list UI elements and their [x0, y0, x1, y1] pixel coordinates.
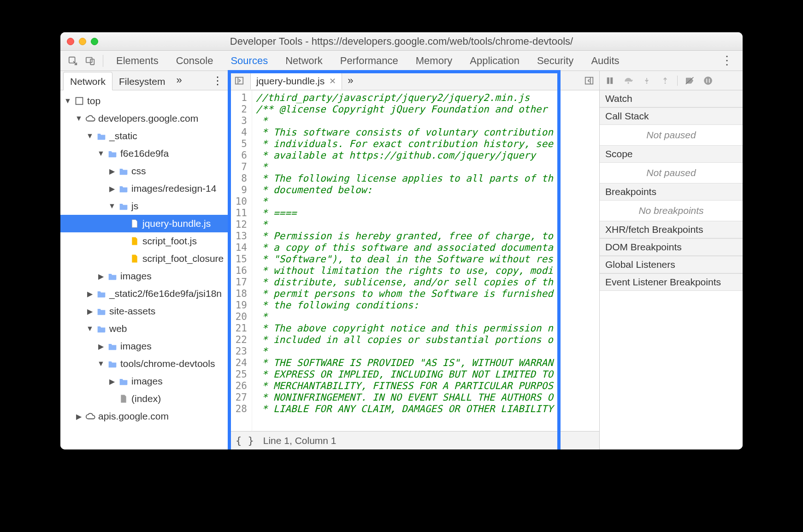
disclosure-triangle-icon[interactable]: ▼: [86, 132, 94, 140]
svg-point-8: [627, 82, 629, 83]
file-tree-folder[interactable]: ▶images: [60, 337, 229, 355]
file-tree-file[interactable]: script_foot.js: [60, 232, 229, 250]
folder-icon: [96, 324, 106, 334]
file-tree-folder[interactable]: ▶images/redesign-14: [60, 180, 229, 197]
pretty-print-icon[interactable]: { }: [236, 435, 254, 446]
disclosure-triangle-icon[interactable]: ▶: [97, 272, 105, 281]
file-tree[interactable]: ▼top▼developers.google.com▼_static▼f6e16…: [60, 90, 229, 449]
cursor-position: Line 1, Column 1: [263, 435, 337, 446]
disclosure-triangle-icon[interactable]: ▼: [97, 360, 105, 368]
panel-tab-network[interactable]: Network: [283, 51, 325, 71]
folder-icon: [118, 166, 129, 176]
debug-section-global-listeners[interactable]: Global Listeners: [600, 256, 743, 273]
pause-on-exceptions-icon[interactable]: [702, 74, 714, 87]
window-title: Developer Tools - https://developers.goo…: [60, 35, 743, 47]
disclosure-triangle-icon[interactable]: ▶: [75, 412, 83, 421]
svg-rect-4: [236, 77, 243, 84]
tree-item-label: web: [109, 323, 127, 334]
debug-section-dom-breakpoints[interactable]: DOM Breakpoints: [600, 238, 743, 256]
editor-more-tabs-icon[interactable]: »: [342, 75, 359, 87]
close-tab-icon[interactable]: ✕: [329, 76, 336, 86]
debug-section-xhr-fetch-breakpoints[interactable]: XHR/fetch Breakpoints: [600, 221, 743, 238]
more-options-icon[interactable]: ⋮: [716, 53, 738, 68]
file-tree-folder[interactable]: ▼f6e16de9fa: [60, 145, 229, 162]
disclosure-triangle-icon[interactable]: ▼: [108, 202, 116, 210]
show-navigator-icon[interactable]: [233, 74, 246, 87]
svg-point-9: [646, 83, 648, 84]
navigator-tab-network[interactable]: Network: [63, 72, 112, 90]
file-tree-folder[interactable]: ▶apis.google.com: [60, 408, 229, 425]
panel-tab-performance[interactable]: Performance: [338, 51, 400, 71]
debug-section-watch[interactable]: Watch: [600, 90, 743, 107]
file-gray-icon: [118, 394, 129, 404]
file-tree-folder[interactable]: ▶css: [60, 162, 229, 180]
zoom-window-button[interactable]: [91, 38, 98, 45]
file-tree-folder[interactable]: ▶site-assets: [60, 302, 229, 320]
editor-statusbar: { } Line 1, Column 1: [229, 431, 599, 449]
code-area[interactable]: 1234567891011121314151617181920212223242…: [229, 90, 599, 431]
devtools-topbar: ElementsConsoleSourcesNetworkPerformance…: [60, 51, 743, 71]
disclosure-triangle-icon[interactable]: ▶: [97, 342, 105, 351]
panel-tab-security[interactable]: Security: [535, 51, 575, 71]
panel-tab-application[interactable]: Application: [468, 51, 521, 71]
debug-section-body: Not paused: [600, 125, 743, 145]
tree-item-label: images: [120, 341, 152, 352]
svg-point-12: [704, 77, 712, 84]
disclosure-triangle-icon[interactable]: ▼: [86, 325, 94, 333]
file-tree-folder[interactable]: ▶_static2/f6e16de9fa/jsi18n: [60, 285, 229, 302]
file-tree-folder[interactable]: ▼top: [60, 92, 229, 110]
file-tree-folder[interactable]: ▼tools/chrome-devtools: [60, 355, 229, 372]
pause-script-icon[interactable]: [603, 74, 616, 87]
disclosure-triangle-icon[interactable]: ▼: [64, 97, 71, 105]
disclosure-triangle-icon[interactable]: ▶: [86, 290, 94, 298]
file-tree-folder[interactable]: ▼js: [60, 197, 229, 215]
devtools-window: Developer Tools - https://developers.goo…: [60, 32, 743, 449]
step-out-icon[interactable]: [659, 74, 672, 87]
folder-icon: [107, 341, 118, 351]
editor-tab-active[interactable]: jquery-bundle.js ✕: [250, 72, 342, 89]
toggle-device-toolbar-icon[interactable]: [83, 53, 98, 69]
disclosure-triangle-icon[interactable]: ▶: [86, 307, 94, 316]
file-tree-file[interactable]: jquery-bundle.js: [60, 215, 229, 232]
disclosure-triangle-icon[interactable]: ▼: [75, 114, 83, 123]
editor-tab-label: jquery-bundle.js: [256, 76, 325, 87]
svg-point-10: [665, 83, 666, 84]
file-tree-folder[interactable]: ▼web: [60, 320, 229, 337]
minimize-window-button[interactable]: [79, 38, 86, 45]
window-titlebar: Developer Tools - https://developers.goo…: [60, 32, 743, 51]
disclosure-triangle-icon[interactable]: ▶: [108, 184, 116, 193]
file-tree-folder[interactable]: ▼developers.google.com: [60, 110, 229, 127]
step-over-icon[interactable]: [622, 74, 635, 87]
panel-tab-sources[interactable]: Sources: [229, 51, 270, 71]
close-window-button[interactable]: [67, 38, 74, 45]
divider: [677, 76, 678, 86]
file-tree-folder[interactable]: ▶images: [60, 267, 229, 285]
debug-section-scope[interactable]: Scope: [600, 145, 743, 163]
panel-tab-audits[interactable]: Audits: [589, 51, 621, 71]
debug-section-body: No breakpoints: [600, 201, 743, 221]
tree-item-label: images: [120, 271, 152, 282]
tree-item-label: developers.google.com: [98, 113, 198, 124]
debugger-toolbar: [600, 71, 743, 90]
debug-section-breakpoints[interactable]: Breakpoints: [600, 183, 743, 201]
disclosure-triangle-icon[interactable]: ▶: [108, 167, 116, 176]
panel-tab-console[interactable]: Console: [174, 51, 215, 71]
file-tree-file[interactable]: (index): [60, 390, 229, 408]
panel-tab-memory[interactable]: Memory: [414, 51, 454, 71]
file-tree-folder[interactable]: ▼_static: [60, 127, 229, 145]
tree-item-label: _static2/f6e16de9fa/jsi18n: [109, 288, 222, 299]
file-tree-file[interactable]: script_foot_closure: [60, 250, 229, 267]
show-debugger-icon[interactable]: [583, 74, 596, 87]
step-into-icon[interactable]: [640, 74, 653, 87]
file-tree-folder[interactable]: ▶images: [60, 372, 229, 390]
navigator-options-icon[interactable]: ⋮: [207, 71, 229, 90]
debug-section-event-listener-breakpoints[interactable]: Event Listener Breakpoints: [600, 273, 743, 291]
navigator-tab-filesystem[interactable]: Filesystem: [112, 72, 171, 90]
disclosure-triangle-icon[interactable]: ▼: [97, 149, 105, 158]
debug-section-call-stack[interactable]: Call Stack: [600, 107, 743, 125]
disclosure-triangle-icon[interactable]: ▶: [108, 377, 116, 386]
navigator-more-tabs-icon[interactable]: »: [171, 71, 186, 90]
panel-tab-elements[interactable]: Elements: [114, 51, 160, 71]
inspect-element-icon[interactable]: [65, 53, 81, 69]
deactivate-breakpoints-icon[interactable]: [683, 74, 696, 87]
